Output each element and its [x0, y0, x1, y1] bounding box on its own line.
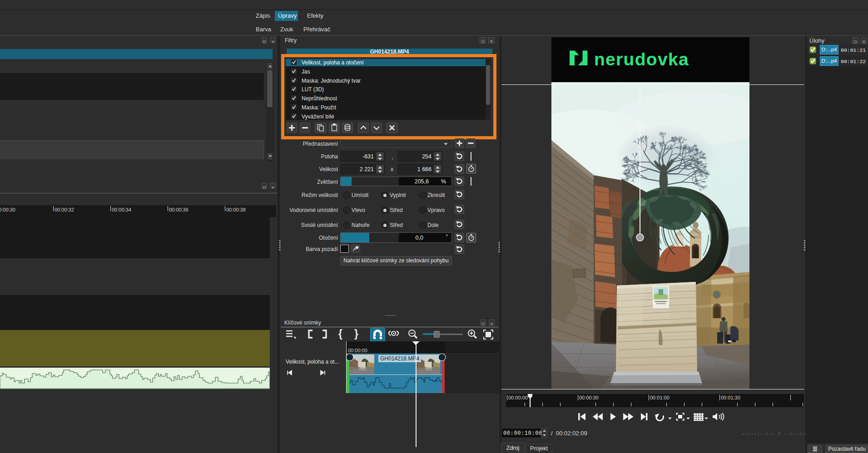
- svg-text:00:01:30: 00:01:30: [721, 395, 740, 400]
- svg-text:00:00:30: 00:00:30: [579, 395, 599, 400]
- svg-text:00:01:00: 00:01:00: [650, 395, 670, 400]
- svg-text:00:00:00: 00:00:00: [508, 395, 528, 400]
